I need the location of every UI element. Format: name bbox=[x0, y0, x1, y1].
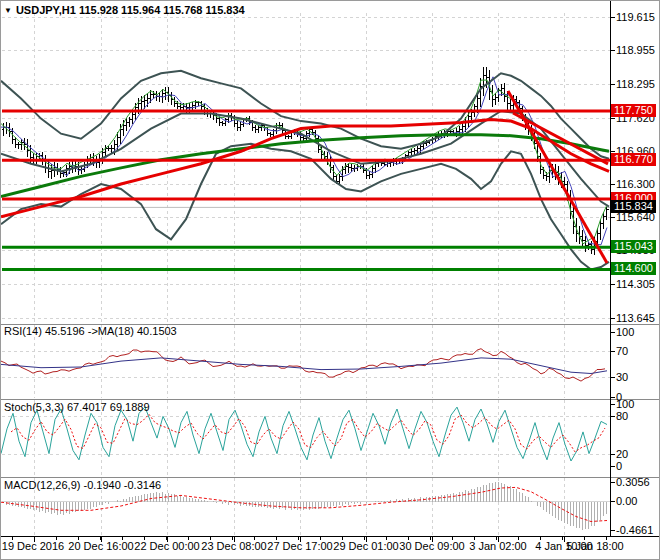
rsi-label: RSI(14) 45.5196 ->MA(18) 40.1503 bbox=[4, 325, 177, 337]
macd-scale-label: 0.3056 bbox=[616, 476, 650, 488]
ma-green-line bbox=[1, 135, 609, 197]
stoch-k-line bbox=[1, 407, 607, 461]
chart-canvas bbox=[1, 1, 660, 560]
macd-scale-label: 0.00 bbox=[616, 495, 637, 507]
price-flag-115834: 115.834 bbox=[611, 200, 656, 213]
stoch-scale-label: 80 bbox=[616, 410, 628, 422]
stoch-scale-label: 0 bbox=[616, 460, 622, 472]
symbol-title: USDJPY,H1 bbox=[16, 4, 76, 16]
time-axis-label: 20 Dec 16:00 bbox=[68, 540, 133, 552]
price-axis-label: 118.295 bbox=[616, 78, 655, 90]
macd-scale-label: -0.4661 bbox=[616, 524, 653, 536]
axis-ticks bbox=[13, 18, 616, 543]
time-axis-label: 23 Dec 08:00 bbox=[201, 540, 266, 552]
stoch-scale-label: 20 bbox=[616, 448, 628, 460]
stoch-scale-label: 100 bbox=[616, 398, 634, 410]
rsi-scale-label: 70 bbox=[616, 345, 628, 357]
time-axis-label: 19 Dec 2016 bbox=[2, 540, 64, 552]
rsi-ma-line bbox=[1, 358, 607, 374]
time-axis-label: 5 Jan 18:00 bbox=[566, 540, 624, 552]
ma-red-line bbox=[1, 120, 609, 217]
time-axis-label: 30 Dec 09:00 bbox=[399, 540, 464, 552]
price-axis-label: 119.615 bbox=[616, 11, 655, 23]
rsi-line bbox=[1, 349, 605, 381]
price-flag-115043[interactable]: 115.043 bbox=[611, 240, 656, 253]
price-axis-label: 113.645 bbox=[616, 312, 655, 324]
time-axis-label: 27 Dec 17:00 bbox=[267, 540, 332, 552]
time-axis-label: 22 Dec 00:00 bbox=[134, 540, 199, 552]
rsi-scale-label: 100 bbox=[616, 326, 634, 338]
chart-window: ▼USDJPY,H1 115.928 115.964 115.768 115.8… bbox=[0, 0, 660, 560]
price-axis-label: 118.955 bbox=[616, 44, 655, 56]
price-flag-116770[interactable]: 116.770 bbox=[611, 153, 656, 166]
time-axis-label: 3 Jan 02:00 bbox=[469, 540, 527, 552]
price-axis-label: 114.305 bbox=[616, 278, 655, 290]
time-axis-label: 29 Dec 01:00 bbox=[333, 540, 398, 552]
ohlc-readout: 115.928 115.964 115.768 115.834 bbox=[79, 4, 245, 16]
price-flag-114600[interactable]: 114.600 bbox=[611, 262, 656, 275]
stoch-label: Stoch(5,3,3) 67.4017 69.1889 bbox=[4, 401, 150, 413]
price-flag-117750[interactable]: 117.750 bbox=[611, 104, 656, 117]
macd-label: MACD(12,26,9) -0.1940 -0.3146 bbox=[4, 479, 161, 491]
price-axis-label: 116.300 bbox=[616, 178, 655, 190]
symbol-dropdown-icon[interactable]: ▼ bbox=[4, 6, 12, 15]
stoch-d-line bbox=[11, 414, 605, 452]
rsi-scale-label: 30 bbox=[616, 371, 628, 383]
title-bar: ▼USDJPY,H1 115.928 115.964 115.768 115.8… bbox=[4, 4, 245, 16]
